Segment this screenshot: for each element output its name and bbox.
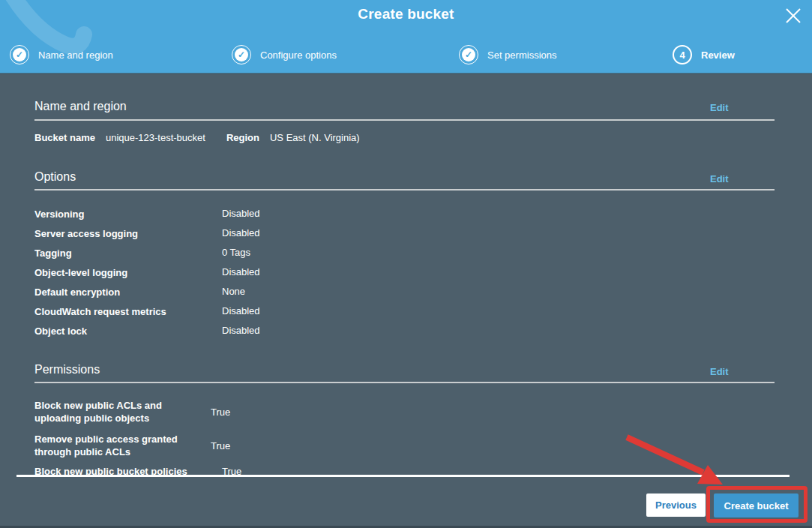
option-label: Tagging [34, 247, 222, 260]
option-label: Default encryption [34, 286, 222, 298]
option-value: None [222, 286, 245, 298]
step-label: Configure options [260, 50, 337, 61]
option-label: Server access logging [34, 227, 222, 240]
step-review[interactable]: 4 Review [673, 44, 735, 66]
option-value: Disabled [222, 208, 260, 220]
previous-button[interactable]: Previous [646, 494, 706, 517]
region-label: Region [226, 132, 259, 143]
option-value: 0 Tags [222, 247, 250, 260]
permission-value: True [211, 406, 230, 418]
header-divider [0, 73, 812, 74]
section-heading-name-and-region: Name and region [34, 100, 127, 113]
option-row-object-lock: Object lock Disabled [34, 325, 775, 338]
step-label: Set permissions [487, 50, 556, 61]
step-number-icon: 4 [673, 45, 692, 64]
section-divider [34, 382, 775, 383]
permission-row-remove-public-access: Remove public access granted through pub… [34, 433, 775, 458]
step-complete-check-icon: ✓ [10, 45, 29, 64]
create-bucket-dialog: Create bucket ✓ Name and region ✓ Config… [0, 0, 812, 528]
option-row-object-level-logging: Object-level logging Disabled [34, 266, 775, 279]
step-label: Review [701, 50, 735, 61]
bucket-name-region-row: Bucket name unique-123-test-bucket Regio… [34, 132, 360, 143]
edit-options-link[interactable]: Edit [710, 173, 729, 184]
region-value: US East (N. Virginia) [270, 132, 360, 143]
section-divider [34, 189, 775, 190]
edit-permissions-link[interactable]: Edit [710, 366, 729, 377]
step-name-and-region[interactable]: ✓ Name and region [10, 44, 113, 66]
bucket-name-label: Bucket name [34, 132, 95, 143]
permission-row-block-new-public-acls: Block new public ACLs and uploading publ… [34, 399, 775, 424]
option-row-versioning: Versioning Disabled [34, 208, 775, 220]
step-set-permissions[interactable]: ✓ Set permissions [459, 44, 556, 66]
bucket-name-value: unique-123-test-bucket [106, 132, 205, 143]
option-value: Disabled [222, 325, 260, 338]
step-configure-options[interactable]: ✓ Configure options [232, 44, 337, 66]
option-row-server-access-logging: Server access logging Disabled [34, 227, 775, 240]
close-icon[interactable] [784, 7, 802, 25]
option-label: Versioning [34, 208, 222, 220]
permission-label: Remove public access granted through pub… [34, 433, 211, 458]
section-heading-permissions: Permissions [34, 363, 100, 376]
permission-value: True [211, 440, 230, 452]
option-row-tagging: Tagging 0 Tags [34, 247, 775, 260]
option-row-default-encryption: Default encryption None [34, 286, 775, 298]
dialog-header: Create bucket ✓ Name and region ✓ Config… [0, 0, 812, 74]
create-bucket-button[interactable]: Create bucket [714, 494, 799, 518]
option-label: Object lock [34, 325, 222, 338]
permission-label: Block new public ACLs and uploading publ… [34, 399, 211, 424]
section-divider [34, 119, 775, 121]
option-label: Object-level logging [34, 266, 222, 279]
option-label: CloudWatch request metrics [34, 305, 222, 318]
step-label: Name and region [38, 50, 113, 61]
footer-divider [16, 475, 790, 477]
option-row-cloudwatch-request-metrics: CloudWatch request metrics Disabled [34, 305, 775, 318]
edit-name-and-region-link[interactable]: Edit [710, 102, 729, 113]
step-complete-check-icon: ✓ [232, 45, 251, 64]
option-value: Disabled [222, 305, 260, 318]
option-value: Disabled [222, 227, 260, 240]
option-value: Disabled [222, 266, 260, 279]
dialog-title: Create bucket [0, 6, 812, 22]
section-heading-options: Options [34, 170, 76, 184]
step-complete-check-icon: ✓ [459, 45, 478, 64]
